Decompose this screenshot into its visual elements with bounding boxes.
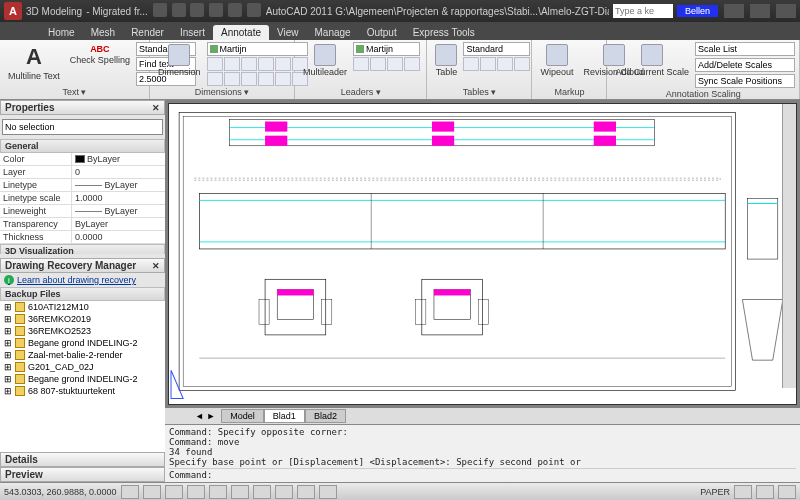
table-button[interactable]: Table xyxy=(431,42,461,79)
help-search-input[interactable] xyxy=(613,4,673,18)
maximize-button[interactable] xyxy=(750,4,770,18)
prop-row[interactable]: Linetype scale1.0000 xyxy=(0,192,165,205)
dim-baseline-button[interactable] xyxy=(241,72,257,86)
paper-viewport[interactable] xyxy=(168,103,797,405)
panel-tables-title[interactable]: Tables ▾ xyxy=(431,86,527,97)
recovery-learn-link[interactable]: iLearn about drawing recovery xyxy=(0,273,165,287)
prop-row[interactable]: Linetype——— ByLayer xyxy=(0,179,165,192)
expand-icon[interactable]: ⊞ xyxy=(4,302,12,312)
prop-row[interactable]: TransparencyByLayer xyxy=(0,218,165,231)
tab-express-tools[interactable]: Express Tools xyxy=(405,25,483,40)
dim-linear-button[interactable] xyxy=(207,57,223,71)
prop-row[interactable]: Thickness0.0000 xyxy=(0,231,165,244)
expand-icon[interactable]: ⊞ xyxy=(4,374,12,384)
table-download-button[interactable] xyxy=(497,57,513,71)
table-link-button[interactable] xyxy=(480,57,496,71)
backup-file-item[interactable]: ⊞36REMKO2523 xyxy=(0,325,165,337)
details-header[interactable]: Details xyxy=(0,452,165,467)
dimension-button[interactable]: Dimension xyxy=(154,42,205,79)
expand-icon[interactable]: ⊞ xyxy=(4,314,12,324)
prop-value[interactable]: ByLayer xyxy=(72,218,165,230)
leader-align-button[interactable] xyxy=(387,57,403,71)
qp-toggle[interactable] xyxy=(319,485,337,499)
dim-radius-button[interactable] xyxy=(275,57,291,71)
leader-style-combo[interactable]: Martijn xyxy=(353,42,420,56)
table-upload-button[interactable] xyxy=(514,57,530,71)
lwt-toggle[interactable] xyxy=(297,485,315,499)
panel-dimensions-title[interactable]: Dimensions ▾ xyxy=(154,86,290,97)
qat-save-icon[interactable] xyxy=(190,3,204,17)
tab-home[interactable]: Home xyxy=(40,25,83,40)
backup-file-list[interactable]: ⊞610ATI212M10⊞36REMKO2019⊞36REMKO2523⊞Be… xyxy=(0,301,165,452)
add-delete-scales-button[interactable]: Add/Delete Scales xyxy=(695,58,795,72)
tab-output[interactable]: Output xyxy=(359,25,405,40)
qat-print-icon[interactable] xyxy=(247,3,261,17)
tab-view[interactable]: View xyxy=(269,25,307,40)
sync-scale-positions-button[interactable]: Sync Scale Positions xyxy=(695,74,795,88)
wipeout-button[interactable]: Wipeout xyxy=(536,42,577,79)
dim-ordinate-button[interactable] xyxy=(207,72,223,86)
ducs-toggle[interactable] xyxy=(253,485,271,499)
command-input[interactable] xyxy=(216,470,796,480)
qat-open-icon[interactable] xyxy=(172,3,186,17)
check-spelling-button[interactable]: ABC Check Spelling xyxy=(66,42,134,67)
expand-icon[interactable]: ⊞ xyxy=(4,350,12,360)
app-logo[interactable]: A xyxy=(4,2,22,20)
backup-file-item[interactable]: ⊞36REMKO2019 xyxy=(0,313,165,325)
dim-break-button[interactable] xyxy=(275,72,291,86)
expand-icon[interactable]: ⊞ xyxy=(4,386,12,396)
space-indicator[interactable]: PAPER xyxy=(700,487,730,497)
dim-angular-button[interactable] xyxy=(241,57,257,71)
dim-jogged-button[interactable] xyxy=(224,72,240,86)
expand-icon[interactable]: ⊞ xyxy=(4,362,12,372)
prop-row[interactable]: Layer0 xyxy=(0,166,165,179)
table-extract-button[interactable] xyxy=(463,57,479,71)
backup-file-item[interactable]: ⊞Zaal-met-balie-2-render xyxy=(0,349,165,361)
vertical-scrollbar[interactable] xyxy=(782,104,796,388)
tab-annotate[interactable]: Annotate xyxy=(213,25,269,40)
otrack-toggle[interactable] xyxy=(231,485,249,499)
prop-value[interactable]: 0.0000 xyxy=(72,231,165,243)
minimize-button[interactable] xyxy=(724,4,744,18)
prop-section-general[interactable]: General xyxy=(0,139,165,153)
prop-value[interactable]: 0 xyxy=(72,166,165,178)
prop-row[interactable]: ColorByLayer xyxy=(0,153,165,166)
add-current-scale-button[interactable]: Add Current Scale xyxy=(611,42,693,79)
layout-tab-model[interactable]: Model xyxy=(221,409,264,423)
bellen-button[interactable]: Bellen xyxy=(677,5,718,17)
workspace-label[interactable]: 3D Modeling xyxy=(26,6,82,17)
properties-close-icon[interactable]: ✕ xyxy=(152,103,160,113)
backup-file-item[interactable]: ⊞Begane grond INDELING-2 xyxy=(0,373,165,385)
prop-value[interactable]: ——— ByLayer xyxy=(72,205,165,217)
command-line[interactable]: Command: Specify opposite corner: Comman… xyxy=(165,424,800,482)
backup-file-item[interactable]: ⊞68 807-stuktuurtekent xyxy=(0,385,165,397)
tab-manage[interactable]: Manage xyxy=(307,25,359,40)
ortho-toggle[interactable] xyxy=(165,485,183,499)
qat-undo-icon[interactable] xyxy=(209,3,223,17)
expand-icon[interactable]: ⊞ xyxy=(4,326,12,336)
polar-toggle[interactable] xyxy=(187,485,205,499)
prop-section-3d-visualization[interactable]: 3D Visualization xyxy=(0,244,165,254)
tab-render[interactable]: Render xyxy=(123,25,172,40)
recovery-close-icon[interactable]: ✕ xyxy=(152,261,160,271)
multiline-text-button[interactable]: A Multiline Text xyxy=(4,42,64,83)
dim-arc-button[interactable] xyxy=(258,57,274,71)
panel-text-title[interactable]: Text ▾ xyxy=(4,86,145,97)
backup-file-item[interactable]: ⊞610ATI212M10 xyxy=(0,301,165,313)
leader-add-button[interactable] xyxy=(353,57,369,71)
tab-mesh[interactable]: Mesh xyxy=(83,25,123,40)
leader-remove-button[interactable] xyxy=(370,57,386,71)
osnap-toggle[interactable] xyxy=(209,485,227,499)
dim-aligned-button[interactable] xyxy=(224,57,240,71)
grid-toggle[interactable] xyxy=(143,485,161,499)
snap-toggle[interactable] xyxy=(121,485,139,499)
recovery-header[interactable]: Drawing Recovery Manager✕ xyxy=(0,258,165,273)
clean-screen-button[interactable] xyxy=(778,485,796,499)
leader-collect-button[interactable] xyxy=(404,57,420,71)
drawing-canvas[interactable] xyxy=(169,104,796,404)
expand-icon[interactable]: ⊞ xyxy=(4,338,12,348)
panel-leaders-title[interactable]: Leaders ▾ xyxy=(299,86,422,97)
prop-value[interactable]: 1.0000 xyxy=(72,192,165,204)
scale-list-button[interactable]: Scale List xyxy=(695,42,795,56)
workspace-switch-button[interactable] xyxy=(756,485,774,499)
